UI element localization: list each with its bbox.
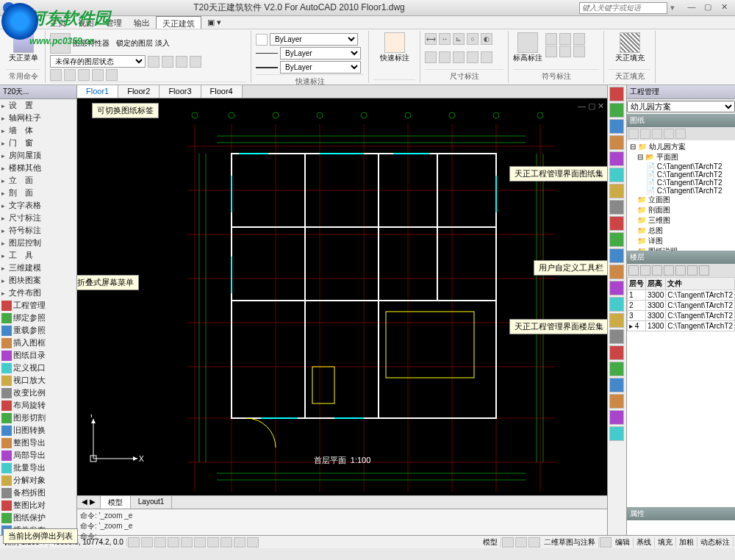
- menu-4[interactable]: 天正建筑: [156, 16, 201, 29]
- table-row[interactable]: 13300C:\Tangent\TArchT2: [628, 290, 735, 301]
- custom-tool-icon[interactable]: [609, 410, 624, 425]
- dim-icon[interactable]: [481, 51, 492, 63]
- tree-tool-icon[interactable]: [640, 129, 650, 139]
- custom-tool-icon[interactable]: [609, 345, 624, 360]
- quick-dim-icon[interactable]: [384, 32, 405, 53]
- floor-tool-icon[interactable]: [628, 265, 639, 276]
- minimize-button[interactable]: —: [684, 2, 700, 14]
- custom-tool-icon[interactable]: [609, 362, 624, 376]
- edit-toggle[interactable]: 编辑: [612, 537, 634, 548]
- layer-props-icon[interactable]: [50, 33, 71, 54]
- tree-node[interactable]: 📁 三维图: [628, 215, 734, 226]
- tree-node[interactable]: 📁 详图: [628, 236, 734, 246]
- dim-icon[interactable]: ⟷: [425, 33, 437, 45]
- model-button[interactable]: 模型: [480, 537, 501, 548]
- sb-icon[interactable]: [528, 537, 540, 548]
- tianzheng-menu-button[interactable]: 天正菜单: [9, 53, 38, 63]
- sidebar-subitem[interactable]: 重载参照: [0, 324, 76, 337]
- sidebar-subitem[interactable]: 批量导出: [0, 462, 76, 474]
- snap-icon[interactable]: [128, 537, 140, 548]
- drawing-canvas[interactable]: 可切换图纸标签 展开的折叠式屏幕菜单 天正工程管理界面图纸集 用户自定义工具栏 …: [77, 98, 607, 495]
- sidebar-subitem[interactable]: 插入图框: [0, 337, 76, 349]
- sidebar-subitem[interactable]: 旧图转换: [0, 424, 76, 437]
- baseline-toggle[interactable]: 基线: [634, 537, 655, 548]
- sidebar-subitem[interactable]: 备档拆图: [0, 487, 76, 499]
- otrack-icon[interactable]: [194, 537, 206, 548]
- help-search-input[interactable]: [579, 2, 667, 14]
- custom-tool-icon[interactable]: [609, 119, 624, 134]
- floor-tool-icon[interactable]: [675, 265, 686, 276]
- workspace-button[interactable]: 二维草图与注释: [541, 537, 599, 548]
- sidebar-subitem[interactable]: 定义视口: [0, 362, 76, 374]
- lwt-icon[interactable]: [234, 537, 245, 548]
- layer-icon[interactable]: [64, 69, 76, 81]
- sidebar-item[interactable]: ▸门 窗: [0, 137, 76, 149]
- sidebar-item[interactable]: ▸墙 体: [0, 124, 76, 137]
- tree-node[interactable]: ⊟ 📂 平面图: [628, 152, 734, 162]
- tree-leaf[interactable]: 📄 C:\Tangent\TArchT2: [628, 170, 734, 179]
- ducs-icon[interactable]: [207, 537, 219, 548]
- custom-tool-icon[interactable]: [609, 394, 624, 409]
- sidebar-item[interactable]: ▸剖 面: [0, 187, 76, 199]
- close-button[interactable]: ✕: [716, 2, 732, 14]
- drawings-section-header[interactable]: 图纸: [627, 114, 735, 127]
- dim-icon[interactable]: [467, 51, 478, 63]
- sidebar-subitem[interactable]: 工程管理: [0, 299, 76, 312]
- custom-tool-icon[interactable]: [609, 248, 624, 263]
- sidebar-item[interactable]: ▸尺寸标注: [0, 212, 76, 224]
- sidebar-item[interactable]: ▸工 具: [0, 249, 76, 262]
- layer-tool-icon[interactable]: [148, 56, 159, 68]
- bold-toggle[interactable]: 加粗: [676, 537, 698, 548]
- polar-icon[interactable]: [168, 537, 179, 548]
- command-line[interactable]: 命令: '_zoom _e 命令: '_zoom _e 命令:: [77, 509, 607, 535]
- table-row[interactable]: 23300C:\Tangent\TArchT2: [628, 301, 735, 311]
- tree-tool-icon[interactable]: [628, 129, 639, 139]
- custom-tool-icon[interactable]: [609, 200, 624, 215]
- sidebar-item[interactable]: ▸立 面: [0, 174, 76, 187]
- floor-tool-icon[interactable]: [664, 265, 674, 276]
- floors-section-header[interactable]: 楼层: [627, 251, 735, 264]
- sidebar-subitem[interactable]: 视口放大: [0, 374, 76, 387]
- floor-tool-icon[interactable]: [652, 265, 662, 276]
- sidebar-item[interactable]: ▸符号标注: [0, 224, 76, 237]
- tree-tool-icon[interactable]: [652, 129, 662, 139]
- sidebar-item[interactable]: ▸图层控制: [0, 237, 76, 249]
- custom-tool-icon[interactable]: [609, 168, 624, 182]
- maximize-button[interactable]: ▢: [700, 2, 716, 14]
- menu-2[interactable]: 管理: [100, 16, 128, 29]
- tree-root[interactable]: ⊟ 📁 幼儿园方案: [628, 142, 734, 152]
- project-select[interactable]: 幼儿园方案: [627, 101, 735, 112]
- dim-icon[interactable]: ◐: [481, 33, 492, 45]
- sidebar-item[interactable]: ▸轴网柱子: [0, 112, 76, 124]
- tab-nav-icon[interactable]: ◀ ▶: [77, 496, 101, 509]
- custom-tool-icon[interactable]: [609, 151, 624, 166]
- custom-tool-icon[interactable]: [609, 378, 624, 392]
- sidebar-subitem[interactable]: 整图比对: [0, 499, 76, 511]
- sidebar-item[interactable]: ▸楼梯其他: [0, 162, 76, 174]
- lineweight-combo[interactable]: ByLayer: [280, 61, 361, 73]
- table-row[interactable]: 33300C:\Tangent\TArchT2: [628, 311, 735, 321]
- sidebar-subitem[interactable]: 图纸保护: [0, 511, 76, 524]
- floor-tool-icon[interactable]: [640, 265, 650, 276]
- layer-icon[interactable]: [106, 69, 118, 81]
- menu-1[interactable]: 视图: [72, 16, 100, 29]
- sb-icon[interactable]: [515, 537, 527, 548]
- dim-icon[interactable]: [439, 51, 451, 63]
- tree-node[interactable]: 📁 总图: [628, 226, 734, 236]
- drawing-tab[interactable]: Floor1: [77, 85, 118, 98]
- sym-icon[interactable]: [545, 46, 557, 57]
- canvas-close-icon[interactable]: ✕: [598, 101, 604, 111]
- layout-tab[interactable]: Layout1: [131, 496, 173, 509]
- dyn-dim-toggle[interactable]: 动态标注: [698, 537, 734, 548]
- ortho-icon[interactable]: [154, 537, 166, 548]
- tianzheng-menu-icon[interactable]: [13, 32, 34, 53]
- sidebar-item[interactable]: ▸三维建模: [0, 262, 76, 274]
- layer-state-combo[interactable]: 未保存的图层状态: [50, 55, 146, 68]
- layer-icon[interactable]: [92, 69, 104, 81]
- custom-tool-icon[interactable]: [609, 297, 624, 312]
- drawing-tree[interactable]: ⊟ 📁 幼儿园方案 ⊟ 📂 平面图📄 C:\Tangent\TArchT2📄 C…: [627, 140, 735, 251]
- sidebar-subitem[interactable]: 分解对象: [0, 474, 76, 487]
- custom-tool-icon[interactable]: [609, 426, 624, 441]
- floor-tool-icon[interactable]: [687, 265, 698, 276]
- dim-icon[interactable]: [453, 51, 465, 63]
